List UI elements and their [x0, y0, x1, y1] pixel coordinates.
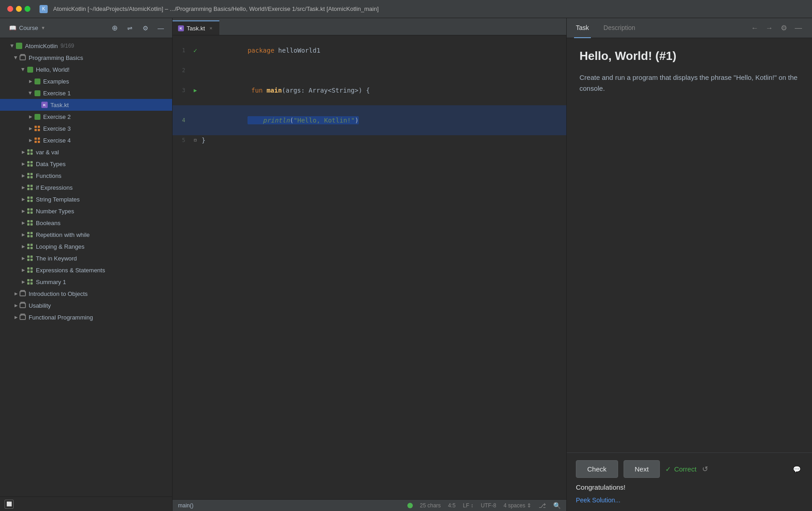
tab-close-button[interactable]: ×: [208, 25, 214, 31]
code-line-1: 1 ✓ package helloWorld1: [173, 35, 566, 65]
check-button[interactable]: Check: [576, 460, 618, 478]
string-hello-kotlin: "Hello, Kotlin!": [293, 117, 355, 124]
sidebar-item-usability[interactable]: ▶ Usability: [0, 300, 172, 311]
fp-arrow: ▶: [13, 314, 19, 320]
es-icon: [26, 266, 34, 274]
tab-task[interactable]: Task: [574, 18, 591, 38]
sidebar-item-summary-1[interactable]: ▶ Summary 1: [0, 276, 172, 288]
functional-programming-label: Functional Programming: [29, 314, 93, 321]
sidebar-tree: ▶ AtomicKotlin 9/169 ▶ Programming Basic…: [0, 38, 172, 496]
title-bar-text: AtomicKotlin [~/IdeaProjects/AtomicKotli…: [53, 5, 379, 12]
fp-icon: [19, 314, 26, 321]
sidebar-item-number-types[interactable]: ▶ Number Types: [0, 205, 172, 217]
sidebar-item-intro-objects[interactable]: ▶ Introduction to Objects: [0, 288, 172, 300]
peek-solution-link[interactable]: Peek Solution...: [576, 496, 620, 504]
tab-task-kt[interactable]: K Task.kt ×: [173, 20, 219, 35]
ik-icon: [26, 255, 34, 262]
minimize-panel-button[interactable]: —: [155, 22, 167, 34]
code-editor[interactable]: 1 ✓ package helloWorld1 2 3: [173, 35, 566, 499]
tree-root[interactable]: ▶ AtomicKotlin 9/169: [0, 40, 172, 52]
lr-arrow: ▶: [20, 243, 26, 250]
line-gutter-5: ⊟: [191, 135, 200, 145]
nav-back-button[interactable]: ←: [748, 22, 761, 34]
sidebar-item-booleans[interactable]: ▶ Booleans: [0, 217, 172, 229]
sidebar-item-functions[interactable]: ▶ Functions: [0, 170, 172, 182]
usability-label: Usability: [29, 302, 51, 309]
sidebar-item-if-expressions[interactable]: ▶ if Expressions: [0, 182, 172, 193]
sidebar-item-examples[interactable]: ▶ Examples: [0, 75, 172, 87]
sidebar-bottom-icon[interactable]: ⬜: [5, 500, 14, 509]
globe-icon-button[interactable]: ⊕: [109, 22, 120, 34]
code-line-3: 3 ▶ fun main(args: Array<String>) {: [173, 75, 566, 105]
args-text: (args: Array<String>) {: [282, 87, 370, 94]
exercise-description: Create and run a program that displays t…: [579, 72, 799, 94]
undo-button[interactable]: ↺: [702, 465, 708, 473]
code-line-5: 5 ⊟ }: [173, 135, 566, 145]
looping-ranges-label: Looping & Ranges: [36, 243, 84, 250]
exercise-3-icon: [34, 125, 41, 132]
sidebar-item-data-types[interactable]: ▶ Data Types: [0, 158, 172, 170]
sidebar-item-exercise-1[interactable]: ▶ Exercise 1: [0, 87, 172, 99]
close-window-button[interactable]: [7, 6, 13, 12]
minimize-icon: —: [158, 25, 164, 32]
main-container: 📖 Course ▼ ⊕ ⇌ ⚙ —: [0, 18, 812, 511]
line-ending[interactable]: LF ↕: [463, 502, 473, 509]
sidebar-item-exercise-4[interactable]: ▶ Exercise 4: [0, 134, 172, 146]
st-icon: [26, 196, 34, 203]
traffic-lights: [7, 6, 30, 12]
sidebar-item-in-keyword[interactable]: ▶ The in Keyword: [0, 252, 172, 264]
code-lines: 1 ✓ package helloWorld1 2 3: [173, 35, 566, 145]
filter-icon-button[interactable]: ⇌: [124, 22, 136, 34]
check-icon: ✓: [193, 45, 197, 55]
encoding[interactable]: UTF-8: [481, 502, 496, 509]
tab-description[interactable]: Description: [602, 18, 637, 38]
sidebar-item-functional-programming[interactable]: ▶ Functional Programming: [0, 311, 172, 323]
keyword-println: println: [248, 117, 290, 124]
sidebar-item-exercise-3[interactable]: ▶ Exercise 3: [0, 123, 172, 134]
sidebar-item-string-templates[interactable]: ▶ String Templates: [0, 193, 172, 205]
sidebar-item-programming-basics[interactable]: ▶ Programming Basics: [0, 52, 172, 64]
highlighted-println: println("Hello, Kotlin!"): [248, 116, 358, 124]
expand-icon: ⬜: [6, 501, 12, 506]
sidebar-item-var-val[interactable]: ▶ var & val: [0, 146, 172, 158]
right-panel-nav: ← → ⚙ —: [748, 22, 805, 34]
status-success: [407, 503, 413, 508]
maximize-window-button[interactable]: [25, 6, 30, 12]
line-content-5: }: [200, 135, 566, 145]
root-count: 9/169: [60, 43, 74, 49]
if-icon: [26, 184, 34, 191]
comment-button[interactable]: 💬: [790, 463, 803, 476]
panel-settings-button[interactable]: ⚙: [777, 22, 790, 34]
next-button[interactable]: Next: [624, 460, 660, 478]
sidebar-item-hello-world[interactable]: ▶ Hello, World!: [0, 64, 172, 75]
congrats-row: Congratulations!: [576, 483, 803, 491]
settings-icon-button[interactable]: ⚙: [139, 22, 151, 34]
right-panel-footer: Check Next ✓ Correct ↺ 💬 Congratulations…: [567, 452, 812, 511]
sidebar-item-looping-ranges[interactable]: ▶ Looping & Ranges: [0, 241, 172, 252]
search-icon[interactable]: 🔍: [553, 502, 561, 509]
run-icon[interactable]: ▶: [193, 85, 197, 95]
fold-icon[interactable]: ⊟: [194, 135, 197, 145]
sidebar-item-repetition-while[interactable]: ▶ Repetition with while: [0, 229, 172, 241]
tab-task-kt-label: Task.kt: [187, 25, 205, 32]
examples-icon: [34, 78, 41, 85]
sidebar-item-task-kt[interactable]: K Task.kt: [0, 99, 172, 111]
tab-bar: K Task.kt ×: [173, 18, 566, 35]
line-gutter-3: ▶: [191, 85, 200, 95]
course-dropdown[interactable]: 📖 Course ▼: [5, 23, 49, 33]
sidebar-item-expressions-statements[interactable]: ▶ Expressions & Statements: [0, 264, 172, 276]
io-arrow: ▶: [13, 290, 19, 297]
panel-minimize-button[interactable]: —: [792, 22, 805, 34]
sidebar-item-exercise-2[interactable]: ▶ Exercise 2: [0, 111, 172, 123]
tab-task-label: Task: [576, 24, 589, 31]
line-gutter-1: ✓: [191, 45, 200, 55]
minimize-window-button[interactable]: [16, 6, 22, 12]
indent-setting[interactable]: 4 spaces ⇕: [504, 502, 531, 509]
exercise-2-label: Exercise 2: [43, 113, 71, 120]
nav-forward-button[interactable]: →: [763, 22, 776, 34]
success-icon: [407, 503, 413, 508]
book-icon: 📖: [9, 25, 16, 31]
folder-icon: [19, 54, 26, 61]
title-bar: K AtomicKotlin [~/IdeaProjects/AtomicKot…: [0, 0, 812, 18]
sidebar-icon-group: ⊕ ⇌ ⚙ —: [109, 22, 167, 34]
